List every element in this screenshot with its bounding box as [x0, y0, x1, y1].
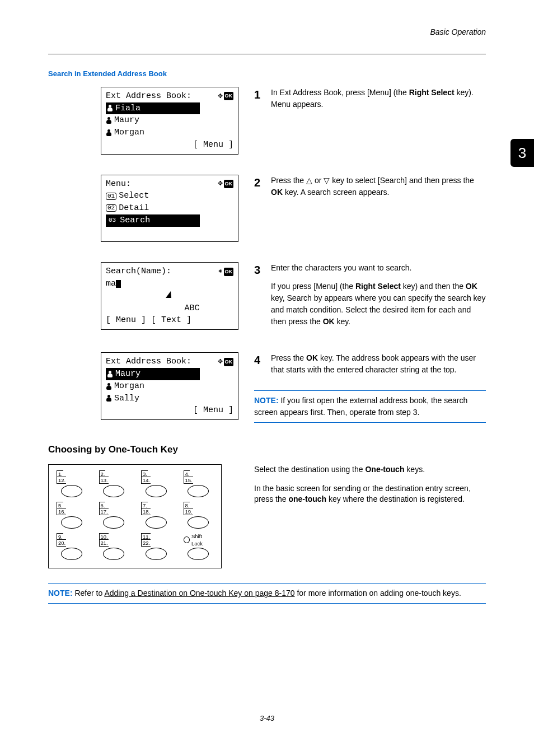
one-touch-key[interactable] — [103, 548, 124, 560]
shift-lock-led — [184, 536, 190, 543]
person-icon — [107, 371, 113, 377]
nav-ok-icon: ✥OK — [218, 357, 234, 366]
note-2: NOTE: Refer to Adding a Destination on O… — [48, 583, 486, 604]
chapter-header: Basic Operation — [48, 27, 486, 38]
kp-label: 19. — [184, 508, 193, 515]
lcd-screen-3: Search(Name): ⁕OK ma ABC [ Menu ] [ Text… — [101, 262, 238, 330]
page-number: 3-43 — [0, 713, 534, 724]
lcd2-title: Menu: — [106, 178, 131, 190]
lcd1-item-2: Morgan — [114, 127, 144, 139]
one-touch-key[interactable] — [61, 548, 82, 560]
kp-label: 22. — [141, 539, 151, 547]
kp-label: 16. — [57, 508, 66, 515]
nav-ok-icon: ✥OK — [218, 179, 234, 188]
person-icon — [106, 129, 112, 136]
one-touch-key[interactable] — [146, 516, 167, 529]
menu-badge-01: 01 — [106, 193, 116, 200]
one-touch-key[interactable] — [188, 516, 209, 529]
subheading-onetouch: Choosing by One-Touch Key — [48, 443, 486, 456]
one-touch-key[interactable] — [146, 485, 167, 497]
cross-ref-link[interactable]: Adding a Destination on One-touch Key on… — [104, 589, 294, 598]
text-cursor — [116, 280, 121, 288]
person-icon — [106, 383, 112, 390]
shift-lock-label: Shift Lock — [191, 533, 213, 548]
kp-label: 17. — [99, 508, 109, 515]
kp-label: 15. — [184, 477, 193, 484]
chapter-tab: 3 — [510, 139, 534, 167]
lcd2-item-0: Select — [119, 190, 149, 202]
lcd4-item-1: Morgan — [114, 380, 144, 393]
lcd3-mode: ABC — [184, 302, 199, 315]
lcd2-item-1: Detail — [119, 202, 149, 214]
step-2-number: 2 — [254, 175, 271, 190]
one-touch-key[interactable] — [103, 485, 124, 497]
kp-label: 20. — [57, 539, 66, 547]
step-3-body: Enter the characters you want to search.… — [271, 262, 486, 334]
lcd-screen-4: Ext Address Book: ✥OK Maury Morgan Sally… — [101, 352, 238, 420]
person-icon — [106, 117, 112, 124]
step-2-body: Press the △ or ▽ key to select [Search] … — [271, 175, 486, 205]
kp-label: 18. — [141, 508, 151, 515]
kp-label: 21. — [99, 539, 109, 547]
one-touch-key[interactable] — [188, 485, 209, 497]
menu-badge-03: 03 — [107, 217, 118, 224]
step-4-number: 4 — [254, 352, 271, 368]
signal-icon — [166, 291, 174, 298]
nav-ok-icon: ✥OK — [218, 92, 234, 101]
kp-label: 12. — [57, 477, 66, 484]
lcd1-title: Ext Address Book: — [106, 90, 191, 102]
one-touch-key[interactable] — [146, 548, 167, 560]
person-icon — [107, 105, 113, 111]
lcd4-item-2: Sally — [114, 393, 139, 405]
lcd1-item-1: Maury — [114, 114, 139, 127]
lcd3-input: ma — [106, 278, 116, 290]
lcd4-softkey: [ Menu ] — [193, 404, 233, 417]
lcd1-softkey: [ Menu ] — [193, 139, 233, 151]
shift-lock-key[interactable] — [188, 548, 209, 560]
one-touch-key[interactable] — [61, 485, 82, 497]
lcd3-title: Search(Name): — [106, 265, 171, 278]
person-icon — [106, 395, 112, 402]
lcd4-title: Ext Address Book: — [106, 356, 191, 368]
menu-badge-02: 02 — [106, 204, 116, 212]
one-touch-key[interactable] — [103, 516, 124, 529]
step-3-number: 3 — [254, 262, 271, 278]
lcd4-item-0: Maury — [115, 368, 140, 380]
lcd1-item-0: Fiala — [115, 102, 140, 115]
nav-ok-icon: ⁕OK — [218, 267, 234, 276]
section-heading: Search in Extended Address Book — [48, 69, 486, 79]
lcd-screen-1: Ext Address Book: ✥OK Fiala Maury Morgan… — [101, 87, 238, 155]
one-touch-key[interactable] — [61, 516, 82, 529]
lcd3-softkeys: [ Menu ] [ Text ] — [106, 314, 191, 326]
header-rule — [48, 54, 486, 54]
one-touch-keypad: 1.12. 2.13. 3.14. 4.15. 5.16. 6.17. 7.18… — [48, 464, 222, 568]
step-1-number: 1 — [254, 87, 271, 102]
step-1-body: In Ext Address Book, press [Menu] (the R… — [271, 87, 486, 117]
kp-label: 14. — [141, 477, 151, 484]
onetouch-description: Select the destination using the One-tou… — [254, 464, 486, 505]
lcd2-item-2: Search — [120, 214, 150, 227]
step-4-body: Press the OK key. The address book appea… — [271, 352, 486, 382]
lcd-screen-2: Menu: ✥OK 01Select 02Detail 03Search — [101, 175, 238, 242]
kp-label: 13. — [99, 477, 109, 484]
note-1: NOTE: If you first open the external add… — [254, 390, 486, 423]
